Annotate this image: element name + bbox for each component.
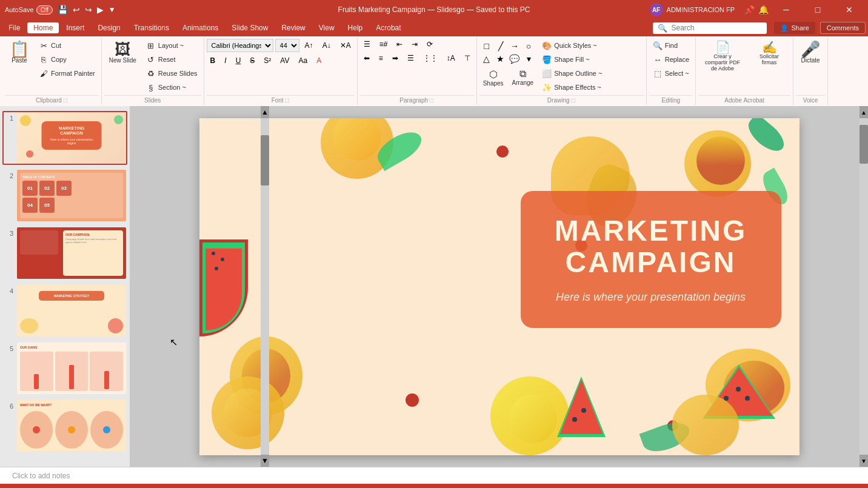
format-painter-button[interactable]: 🖌 Format Painter	[35, 67, 99, 80]
autosave-toggle[interactable]: Off	[36, 5, 53, 15]
align-left-button[interactable]: ⬅	[360, 53, 373, 64]
right-scrollbar[interactable]: ▲ ▼	[860, 106, 868, 467]
replace-button[interactable]: ↔ Replace	[649, 53, 693, 66]
quick-styles-button[interactable]: 🎨 Quick Styles ~	[538, 39, 606, 52]
search-input[interactable]	[671, 24, 762, 32]
reset-button[interactable]: ↺ Reset	[142, 53, 201, 66]
font-color-button[interactable]: A	[313, 55, 325, 66]
clear-format-button[interactable]: ✕A	[336, 40, 355, 51]
menu-view[interactable]: View	[313, 22, 341, 33]
layout-button[interactable]: ⊞ Layout ~	[142, 39, 201, 52]
paragraph-expand-icon[interactable]: ⬚	[429, 98, 434, 103]
right-scroll-up[interactable]: ▲	[860, 106, 868, 118]
right-scroll-down[interactable]: ▼	[860, 455, 868, 467]
cut-button[interactable]: ✂ Cut	[35, 39, 99, 52]
strikethrough-button[interactable]: S	[246, 55, 258, 66]
bold-button[interactable]: B	[207, 55, 219, 66]
char-spacing-button[interactable]: AV	[276, 55, 293, 66]
adobe-create-button[interactable]: 📄 Crear y compartir PDF de Adobe	[698, 39, 747, 74]
shapes-button[interactable]: ⬡ Shapes	[479, 67, 507, 88]
shape-star[interactable]: ★	[495, 53, 507, 65]
scroll-down[interactable]: ▼	[261, 455, 269, 467]
clipboard-expand-icon[interactable]: ⬚	[63, 98, 68, 103]
shape-arrow[interactable]: →	[509, 40, 521, 52]
slide-thumb-4[interactable]: 4 MARKETING STRATEGY	[2, 284, 127, 338]
adobe-request-button[interactable]: ✍ Solicitar firmas	[748, 39, 790, 68]
undo-icon[interactable]: ↩	[73, 5, 80, 15]
align-center-button[interactable]: ≡	[375, 53, 387, 64]
menu-transitions[interactable]: Transitions	[128, 22, 175, 33]
scroll-up[interactable]: ▲	[261, 106, 269, 118]
arrange-button[interactable]: ⧉ Arrange	[509, 67, 538, 88]
underline-button[interactable]: U	[232, 55, 245, 66]
save-icon[interactable]: 💾	[58, 5, 68, 15]
dictate-button[interactable]: 🎤 Dictate	[796, 39, 825, 66]
copy-button[interactable]: ⎘ Copy	[35, 53, 99, 66]
section-button[interactable]: § Section ~	[142, 81, 201, 94]
reuse-slides-button[interactable]: ♻ Reuse Slides	[142, 67, 201, 80]
font-size-select[interactable]: 44	[275, 39, 299, 52]
increase-font-button[interactable]: A↑	[301, 40, 317, 51]
menu-slideshow[interactable]: Slide Show	[225, 22, 274, 33]
shape-fill-button[interactable]: 🪣 Shape Fill ~	[538, 53, 606, 66]
columns-button[interactable]: ⋮⋮	[419, 53, 441, 64]
shape-callout[interactable]: 💬	[509, 53, 521, 65]
menu-acrobat[interactable]: Acrobat	[370, 22, 407, 33]
shape-effects-button[interactable]: ✨ Shape Effects ~	[538, 81, 606, 94]
maximize-button[interactable]: □	[804, 0, 832, 19]
text-direction-button[interactable]: ↕A	[443, 53, 459, 64]
text-case-button[interactable]: Aa	[295, 55, 311, 66]
select-button[interactable]: ⬚ Select ~	[649, 67, 693, 80]
slide-thumb-3[interactable]: 3 OUR CAMPAIGN Campaign details here wit…	[2, 226, 127, 280]
justify-button[interactable]: ☰	[404, 53, 418, 64]
search-box[interactable]: 🔍	[653, 22, 767, 34]
decrease-font-button[interactable]: A↓	[319, 40, 335, 51]
italic-button[interactable]: I	[221, 55, 230, 66]
new-slide-button[interactable]: 🖼 New Slide	[104, 39, 141, 66]
shape-oval[interactable]: ○	[522, 40, 535, 52]
menu-file[interactable]: File	[2, 22, 26, 33]
drawing-expand-icon[interactable]: ⬚	[571, 98, 576, 103]
menu-review[interactable]: Review	[275, 22, 311, 33]
slide-thumb-6[interactable]: 6 WHAT DO WE WANT?	[2, 399, 127, 453]
decrease-indent-button[interactable]: ⇤	[393, 39, 406, 50]
right-scroll-thumb[interactable]	[860, 125, 868, 164]
shadow-button[interactable]: S²	[260, 55, 275, 66]
scroll-thumb[interactable]	[261, 135, 269, 186]
find-button[interactable]: 🔍 Find	[649, 39, 693, 52]
redo-icon[interactable]: ↪	[85, 5, 92, 15]
numbering-button[interactable]: ≡#	[376, 39, 392, 50]
menu-animations[interactable]: Animations	[176, 22, 224, 33]
shape-outline-button[interactable]: ⬜ Shape Outline ~	[538, 67, 606, 80]
slide-thumb-5[interactable]: 5 OUR GAINS	[2, 341, 127, 395]
increase-indent-button[interactable]: ⇥	[408, 39, 421, 50]
menu-insert[interactable]: Insert	[60, 22, 90, 33]
notes-area[interactable]: Click to add notes	[0, 467, 868, 484]
ribbon-icon[interactable]: 📌	[744, 5, 755, 15]
slide-thumb-2[interactable]: 2 TABLE OF CONTENTS 01 02 03 04 05	[2, 169, 127, 222]
present-icon[interactable]: ▶	[97, 5, 104, 15]
shape-rect[interactable]: □	[481, 40, 493, 52]
menu-help[interactable]: Help	[342, 22, 369, 33]
smart-art-button[interactable]: ⟳	[423, 39, 436, 50]
paste-button[interactable]: 📋 Paste	[5, 39, 34, 66]
comments-button[interactable]: Comments	[820, 22, 866, 34]
minimize-button[interactable]: ─	[772, 0, 800, 19]
font-expand-icon[interactable]: ⬚	[285, 98, 290, 103]
v-scrollbar[interactable]: ▲ ▼	[261, 106, 269, 467]
share-button[interactable]: 👤 Share	[774, 22, 815, 34]
autosave-area[interactable]: AutoSave Off	[5, 5, 53, 15]
close-button[interactable]: ✕	[835, 0, 863, 19]
align-right-button[interactable]: ➡	[389, 53, 402, 64]
shape-line[interactable]: ╱	[495, 40, 507, 52]
menu-design[interactable]: Design	[92, 22, 126, 33]
customize-icon[interactable]: ▼	[109, 5, 116, 14]
menu-home[interactable]: Home	[27, 22, 59, 33]
bullets-button[interactable]: ☰	[360, 39, 374, 50]
text-align-vert-button[interactable]: ⊤	[461, 53, 474, 64]
font-family-select[interactable]: Calibri (Headings)	[207, 39, 273, 52]
slide-thumb-1[interactable]: 1 MARKETINGCAMPAIGN Here is where your p…	[2, 111, 127, 165]
avatar[interactable]: AF	[650, 3, 663, 16]
shape-more[interactable]: ▾	[522, 53, 535, 65]
settings-icon[interactable]: 🔔	[758, 5, 769, 15]
